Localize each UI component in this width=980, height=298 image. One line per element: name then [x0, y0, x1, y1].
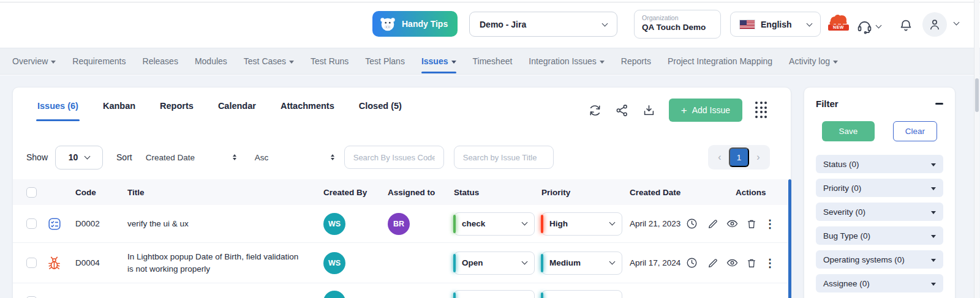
priority-select[interactable]: Medium	[541, 251, 622, 275]
tab-calendar[interactable]: Calendar	[218, 101, 256, 111]
filter-group-severity[interactable]: Severity (0)	[816, 203, 943, 221]
nav-item-test-plans[interactable]: Test Plans	[365, 56, 405, 66]
caret-down-icon	[451, 61, 456, 64]
next-page-button[interactable]: ›	[749, 152, 767, 163]
view-button[interactable]	[726, 256, 739, 269]
pencil-icon	[707, 257, 719, 269]
table-scrollbar[interactable]	[788, 179, 791, 298]
caret-down-icon	[931, 235, 936, 238]
created-date: April 21, 2023	[630, 219, 680, 228]
tab-issues[interactable]: Issues (6)	[37, 101, 78, 111]
nav-item-project-integration-mapping[interactable]: Project Integration Mapping	[668, 56, 772, 66]
nav-item-modules[interactable]: Modules	[195, 56, 227, 66]
share-button[interactable]	[615, 103, 629, 117]
more-actions-button[interactable]: ⋮	[764, 218, 775, 229]
more-actions-button[interactable]: ⋮	[764, 258, 775, 269]
issue-title[interactable]: verify the ui & ux	[127, 218, 323, 230]
filter-group-priority[interactable]: Priority (0)	[816, 179, 943, 197]
caret-down-icon	[931, 163, 936, 166]
nav-item-requirements[interactable]: Requirements	[72, 56, 126, 66]
created-by-avatar[interactable]: WS	[323, 252, 345, 274]
nav-item-overview[interactable]: Overview	[12, 56, 56, 66]
select-all-checkbox[interactable]	[26, 187, 37, 198]
col-actions: Actions	[706, 188, 791, 197]
nav-item-test-runs[interactable]: Test Runs	[311, 56, 349, 66]
bug-type-icon	[47, 255, 75, 270]
refresh-icon	[588, 103, 602, 117]
tab-closed[interactable]: Closed (5)	[359, 101, 402, 111]
filter-group-bug-type[interactable]: Bug Type (0)	[816, 226, 943, 245]
edit-button[interactable]	[707, 218, 719, 230]
handy-tips-button[interactable]: Handy Tips	[372, 11, 458, 37]
row-checkbox[interactable]	[26, 218, 37, 229]
issue-title[interactable]: In Lightbox popup Date of Birth, field v…	[127, 251, 323, 275]
person-icon	[927, 17, 942, 32]
save-filter-button[interactable]: Save	[822, 121, 875, 141]
nav-item-releases[interactable]: Releases	[143, 56, 178, 66]
project-selector[interactable]: Demo - Jira	[469, 12, 617, 37]
page-size-select[interactable]: 10	[55, 146, 103, 169]
nav-item-activity-log[interactable]: Activity log	[789, 56, 838, 66]
delete-button[interactable]	[745, 218, 758, 230]
collapse-icon[interactable]	[935, 103, 943, 105]
tab-reports[interactable]: Reports	[160, 101, 194, 111]
clear-filter-button[interactable]: Clear	[893, 121, 937, 141]
issue-code[interactable]: D0004	[75, 258, 127, 267]
column-settings-button[interactable]	[755, 102, 767, 119]
sort-arrows-icon	[233, 154, 236, 160]
user-menu-button[interactable]	[922, 12, 947, 37]
issues-toolbar: + Add Issue	[588, 99, 767, 122]
page-scrollbar-thumb[interactable]	[975, 78, 979, 112]
delete-button[interactable]	[745, 257, 758, 269]
filter-group-operating-systems[interactable]: Operating systems (0)	[816, 250, 943, 269]
filter-group-assignee[interactable]: Assignee (0)	[816, 274, 943, 292]
notifications-button[interactable]	[898, 18, 914, 34]
sort-field-select[interactable]: Created Date	[146, 153, 236, 162]
chevron-down-icon	[954, 20, 960, 26]
caret-down-icon	[600, 61, 605, 64]
prev-page-button[interactable]: ‹	[710, 152, 729, 163]
language-selector[interactable]: English	[730, 12, 821, 37]
view-button[interactable]	[726, 217, 739, 230]
created-by-avatar[interactable]: WS	[323, 291, 345, 298]
chevron-down-icon	[522, 220, 528, 226]
tab-attachments[interactable]: Attachments	[281, 101, 334, 111]
issues-tabs: Issues (6) Kanban Reports Calendar Attac…	[37, 101, 402, 111]
nav-item-timesheet[interactable]: Timesheet	[473, 56, 513, 66]
priority-select[interactable]: High	[541, 212, 622, 236]
sort-direction-select[interactable]: Asc	[255, 153, 334, 162]
current-page-button[interactable]: 1	[729, 147, 749, 167]
download-button[interactable]	[642, 103, 656, 117]
priority-select[interactable]	[541, 290, 622, 298]
status-select[interactable]: Open	[454, 251, 535, 275]
mascot-icon	[379, 15, 397, 33]
search-code-input[interactable]	[344, 146, 444, 169]
nav-item-issues[interactable]: Issues	[421, 56, 456, 66]
col-code: Code	[75, 188, 127, 197]
new-feature-badge[interactable]: NEW	[828, 13, 849, 36]
eye-icon	[726, 256, 739, 269]
status-select[interactable]: check	[454, 212, 535, 236]
add-issue-button[interactable]: + Add Issue	[669, 99, 742, 122]
assigned-to-avatar[interactable]: BR	[388, 213, 410, 235]
nav-item-reports[interactable]: Reports	[621, 56, 651, 66]
history-button[interactable]	[685, 217, 698, 230]
nav-item-integration-issues[interactable]: Integration Issues	[529, 56, 605, 66]
refresh-button[interactable]	[588, 103, 602, 117]
page-scrollbar	[974, 0, 979, 298]
nav-item-test-cases[interactable]: Test Cases	[244, 56, 294, 66]
support-menu-button[interactable]	[856, 18, 881, 34]
chevron-down-icon	[876, 22, 882, 28]
organization-box[interactable]: Organization QA Touch Demo	[634, 10, 721, 39]
history-button[interactable]	[685, 256, 698, 269]
issue-code[interactable]: D0002	[75, 219, 127, 228]
edit-button[interactable]	[707, 257, 719, 269]
tab-kanban[interactable]: Kanban	[103, 101, 135, 111]
filter-group-status[interactable]: Status (0)	[816, 155, 943, 173]
status-select[interactable]	[454, 290, 535, 298]
created-by-avatar[interactable]: WS	[323, 213, 345, 235]
sort-label: Sort	[116, 152, 132, 162]
new-badge-label: NEW	[828, 24, 849, 31]
search-title-input[interactable]	[454, 146, 554, 169]
row-checkbox[interactable]	[26, 258, 37, 268]
